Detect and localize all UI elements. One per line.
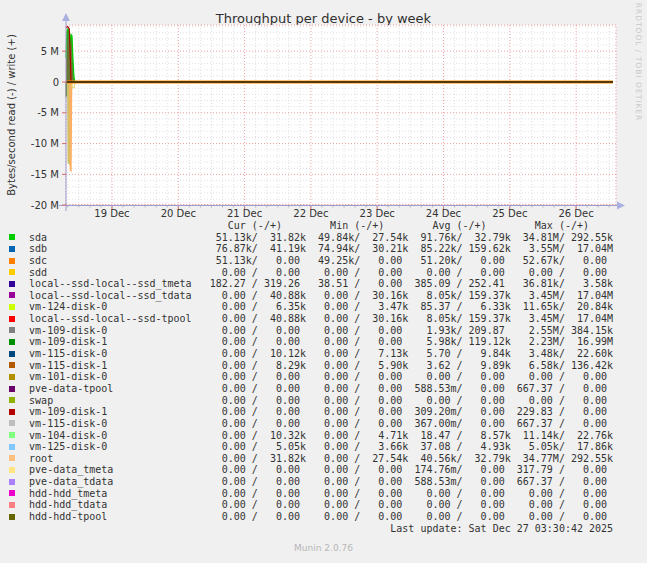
- x-tick-label: 21 Dec: [227, 208, 262, 219]
- series-color-swatch: [9, 316, 15, 322]
- legend-row: vm-115-disk-1 0.00 / 8.29k 0.00 / 5.90k …: [5, 360, 645, 372]
- series-color-swatch: [9, 258, 15, 264]
- legend-row: sdb 76.87k/ 41.19k 74.94k/ 30.21k 85.22k…: [5, 243, 645, 255]
- legend-row: vm-109-disk-1 0.00 / 0.00 0.00 / 0.00 5.…: [5, 336, 645, 348]
- series-color-swatch: [9, 327, 15, 333]
- series-color-swatch: [9, 444, 15, 450]
- x-tick-label: 22 Dec: [293, 208, 328, 219]
- trace-root-read-spike-orange: [70, 82, 72, 171]
- series-color-swatch: [9, 234, 15, 240]
- y-tick-label: -20 M: [31, 200, 59, 211]
- legend-row: sda 51.13k/ 31.82k 49.84k/ 27.54k 91.76k…: [5, 232, 645, 244]
- y-tick-label: -15 M: [31, 169, 59, 180]
- x-tick-label: 20 Dec: [161, 208, 196, 219]
- legend-row: swap 0.00 / 0.00 0.00 / 0.00 0.00 / 0.00…: [5, 395, 645, 407]
- series-color-swatch: [9, 304, 15, 310]
- legend-row: pve-data-tpool 0.00 / 0.00 0.00 / 0.00 5…: [5, 383, 645, 395]
- legend-row: local--ssd-local--ssd_tmeta 182.27 / 319…: [5, 278, 645, 290]
- series-color-swatch: [9, 514, 15, 520]
- legend-row: vm-109-disk-0 0.00 / 0.00 0.00 / 0.00 1.…: [5, 325, 645, 337]
- series-color-swatch: [9, 351, 15, 357]
- legend-row: vm-109-disk-1 0.00 / 0.00 0.00 / 0.00 30…: [5, 406, 645, 418]
- x-tick-label: 23 Dec: [360, 208, 395, 219]
- series-color-swatch: [9, 339, 15, 345]
- plot-svg: 5 M0-5 M-10 M-15 M-20 M19 Dec20 Dec21 De…: [0, 0, 647, 235]
- series-color-swatch: [9, 479, 15, 485]
- legend-row: local--ssd-local--ssd-tpool 0.00 / 40.88…: [5, 313, 645, 325]
- legend-row: sdd 0.00 / 0.00 0.00 / 0.00 0.00 / 0.00 …: [5, 267, 645, 279]
- last-update: Last update: Sat Dec 27 03:30:42 2025: [5, 523, 645, 535]
- series-color-swatch: [9, 467, 15, 473]
- legend-row: local--ssd-local--ssd_tdata 0.00 / 40.88…: [5, 290, 645, 302]
- series-color-swatch: [9, 246, 15, 252]
- series-color-swatch: [9, 269, 15, 275]
- y-axis-arrow: [62, 13, 70, 21]
- legend-row: pve-data_tdata 0.00 / 0.00 0.00 / 0.00 5…: [5, 476, 645, 488]
- legend-row: vm-124-disk-0 0.00 / 6.35k 0.00 / 3.47k …: [5, 301, 645, 313]
- legend-row: vm-115-disk-0 0.00 / 0.00 0.00 / 0.00 36…: [5, 418, 645, 430]
- legend-row: pve-data_tmeta 0.00 / 0.00 0.00 / 0.00 1…: [5, 464, 645, 476]
- series-color-swatch: [9, 397, 15, 403]
- legend-row: vm-115-disk-0 0.00 / 10.12k 0.00 / 7.13k…: [5, 348, 645, 360]
- series-color-swatch: [9, 490, 15, 496]
- x-axis-arrow: [617, 202, 625, 210]
- x-tick-label: 25 Dec: [492, 208, 527, 219]
- series-color-swatch: [9, 362, 15, 368]
- x-tick-label: 26 Dec: [558, 208, 593, 219]
- legend-row: hdd-hdd-tpool 0.00 / 0.00 0.00 / 0.00 0.…: [5, 511, 645, 523]
- series-color-swatch: [9, 292, 15, 298]
- legend-row: hdd-hdd_tdata 0.00 / 0.00 0.00 / 0.00 0.…: [5, 499, 645, 511]
- y-tick-label: 5 M: [41, 46, 59, 57]
- legend-row: vm-101-disk-0 0.00 / 0.00 0.00 / 0.00 0.…: [5, 371, 645, 383]
- x-tick-label: 19 Dec: [94, 208, 129, 219]
- x-tick-label: 24 Dec: [426, 208, 461, 219]
- legend-table: Cur (-/+) Min (-/+) Avg (-/+) Max (-/+) …: [5, 220, 645, 534]
- y-tick-label: -5 M: [37, 107, 59, 118]
- series-color-swatch: [9, 455, 15, 461]
- y-tick-label: 0: [53, 77, 59, 88]
- y-tick-label: -10 M: [31, 138, 59, 149]
- series-color-swatch: [9, 432, 15, 438]
- series-color-swatch: [9, 502, 15, 508]
- legend-row: vm-125-disk-0 0.00 / 5.05k 0.00 / 3.66k …: [5, 441, 645, 453]
- series-color-swatch: [9, 281, 15, 287]
- legend-row: vm-104-disk-0 0.00 / 10.32k 0.00 / 4.71k…: [5, 430, 645, 442]
- series-color-swatch: [9, 374, 15, 380]
- munin-graph-page: { "page": { "background": "#f0f0f0" }, "…: [0, 0, 647, 563]
- legend-header: Cur (-/+) Min (-/+) Avg (-/+) Max (-/+): [5, 220, 645, 232]
- legend-row: hdd-hdd_tmeta 0.00 / 0.00 0.00 / 0.00 0.…: [5, 488, 645, 500]
- munin-version: Munin 2.0.76: [0, 543, 647, 553]
- series-color-swatch: [9, 386, 15, 392]
- series-color-swatch: [9, 420, 15, 426]
- legend-row: sdc 51.13k/ 0.00 49.25k/ 0.00 51.20k/ 0.…: [5, 255, 645, 267]
- legend-row: root 0.00 / 31.82k 0.00 / 27.54k 40.56k/…: [5, 453, 645, 465]
- series-color-swatch: [9, 409, 15, 415]
